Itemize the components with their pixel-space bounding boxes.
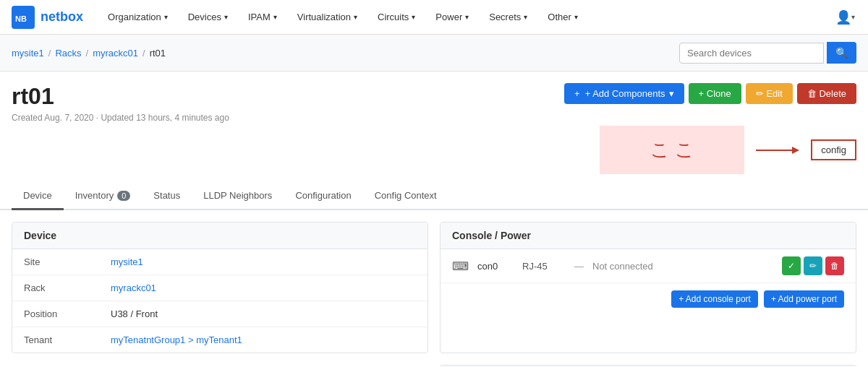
- action-buttons: + + Add Components ▾ + Clone ✏ Edit 🗑 De…: [564, 83, 856, 104]
- svg-marker-3: [792, 147, 799, 154]
- console-actions: ✓ ✏ 🗑: [782, 256, 844, 275]
- nav-circuits[interactable]: Circuits ▾: [370, 0, 422, 35]
- breadcrumb-sep: /: [48, 48, 51, 59]
- nav-other[interactable]: Other ▾: [540, 0, 585, 35]
- tenant-link[interactable]: myTenatntGroup1 > myTenant1: [111, 334, 242, 345]
- delete-button[interactable]: 🗑 Delete: [797, 83, 856, 104]
- device-card-header: Device: [12, 223, 427, 249]
- page-title: rt01: [12, 83, 229, 110]
- chevron-down-icon: ▾: [164, 13, 168, 21]
- console-row: ⌨ con0 RJ-45 — Not connected ✓ ✏ 🗑: [441, 249, 856, 283]
- inventory-badge: 0: [117, 191, 130, 201]
- navbar: NB netbox Organization ▾ Devices ▾ IPAM …: [0, 0, 868, 35]
- console-card-body: ⌨ con0 RJ-45 — Not connected ✓ ✏ 🗑 + Add…: [441, 249, 856, 315]
- breadcrumb-bar: mysite1 / Racks / myrackc01 / rt01 🔍: [0, 35, 868, 72]
- breadcrumb-racks[interactable]: Racks: [55, 48, 81, 59]
- annotation-arrow: [756, 139, 799, 161]
- breadcrumb-current: rt01: [150, 48, 166, 59]
- console-footer: + Add console port + Add power port: [441, 283, 856, 315]
- breadcrumb-sep: /: [86, 48, 89, 59]
- search-button[interactable]: 🔍: [827, 42, 856, 64]
- nav-ipam[interactable]: IPAM ▾: [241, 0, 284, 35]
- breadcrumb: mysite1 / Racks / myrackc01 / rt01: [12, 48, 166, 59]
- svg-text:NB: NB: [15, 14, 27, 23]
- device-card: Device Site mysite1 Rack myrackc01 Posit…: [12, 222, 428, 353]
- netbox-logo: NB: [12, 6, 35, 29]
- rack-label: Rack: [12, 275, 99, 301]
- console-delete-button[interactable]: 🗑: [825, 256, 844, 275]
- tab-inventory[interactable]: Inventory 0: [64, 183, 142, 210]
- plus-icon: +: [574, 88, 580, 99]
- site-link[interactable]: mysite1: [111, 256, 143, 267]
- device-table: Site mysite1 Rack myrackc01 Position U38…: [12, 249, 427, 353]
- table-row: Site mysite1: [12, 249, 427, 275]
- content-area: Device Site mysite1 Rack myrackc01 Posit…: [0, 210, 868, 367]
- chevron-down-icon: ▾: [669, 88, 674, 99]
- add-power-port-button[interactable]: + Add power port: [764, 290, 844, 308]
- nav-secrets[interactable]: Secrets ▾: [482, 0, 535, 35]
- console-status: Not connected: [592, 261, 773, 272]
- navbar-right: 👤 ▾: [833, 6, 856, 29]
- console-edit-green-button[interactable]: ✓: [782, 256, 801, 275]
- nav-organization[interactable]: Organization ▾: [101, 0, 175, 35]
- page-subtitle: Created Aug. 7, 2020 · Updated 13 hours,…: [12, 113, 229, 123]
- search-input[interactable]: [679, 43, 824, 64]
- console-dash: —: [574, 261, 584, 272]
- annotation-text: こ こ: [650, 137, 694, 163]
- console-icon: ⌨: [452, 259, 469, 273]
- user-menu[interactable]: 👤 ▾: [833, 6, 856, 29]
- tab-config-context[interactable]: Config Context: [363, 183, 448, 210]
- edit-button[interactable]: ✏ Edit: [746, 83, 793, 104]
- console-edit-blue-button[interactable]: ✏: [804, 256, 822, 275]
- tab-device[interactable]: Device: [12, 183, 64, 210]
- breadcrumb-sep: /: [142, 48, 145, 59]
- tab-status[interactable]: Status: [142, 183, 192, 210]
- page-header: rt01 Created Aug. 7, 2020 · Updated 13 h…: [0, 72, 868, 123]
- tabs-container: Device Inventory 0 Status LLDP Neighbors…: [0, 183, 868, 210]
- position-label: Position: [12, 301, 99, 327]
- add-components-button[interactable]: + + Add Components ▾: [564, 83, 684, 104]
- table-row: Position U38 / Front: [12, 301, 427, 327]
- tenant-label: Tenant: [12, 327, 99, 353]
- annotation-box: こ こ: [600, 126, 744, 174]
- annotation-area: こ こ config: [0, 123, 868, 177]
- add-console-port-button[interactable]: + Add console port: [671, 290, 758, 308]
- chevron-down-icon: ▾: [354, 13, 357, 21]
- console-power-card: Console / Power ⌨ con0 RJ-45 — Not conne…: [440, 222, 856, 353]
- position-value: U38 / Front: [99, 301, 427, 327]
- nav-devices[interactable]: Devices ▾: [181, 0, 235, 35]
- console-card-header: Console / Power: [441, 223, 856, 249]
- clone-button[interactable]: + Clone: [689, 83, 741, 104]
- nav-virtualization[interactable]: Virtualization ▾: [290, 0, 365, 35]
- chevron-down-icon: ▾: [224, 13, 228, 21]
- config-badge: config: [811, 139, 856, 160]
- table-row: Tenant myTenatntGroup1 > myTenant1: [12, 327, 427, 353]
- chevron-down-icon: ▾: [574, 13, 578, 21]
- brand-logo-link[interactable]: NB netbox: [12, 6, 83, 29]
- console-type: RJ-45: [522, 261, 566, 272]
- console-name: con0: [477, 261, 514, 272]
- chevron-down-icon: ▾: [412, 13, 415, 21]
- search-box: 🔍: [679, 42, 856, 64]
- tab-configuration[interactable]: Configuration: [284, 183, 362, 210]
- nav-power[interactable]: Power ▾: [428, 0, 476, 35]
- rack-link[interactable]: myrackc01: [111, 282, 156, 293]
- breadcrumb-mysite1[interactable]: mysite1: [12, 48, 44, 59]
- site-label: Site: [12, 249, 99, 275]
- table-row: Rack myrackc01: [12, 275, 427, 301]
- chevron-down-icon: ▾: [273, 13, 277, 21]
- chevron-down-icon: ▾: [524, 13, 527, 21]
- tab-lldp-neighbors[interactable]: LLDP Neighbors: [192, 183, 284, 210]
- chevron-down-icon: ▾: [465, 13, 469, 21]
- page-title-area: rt01 Created Aug. 7, 2020 · Updated 13 h…: [12, 83, 229, 123]
- brand-name: netbox: [41, 9, 83, 25]
- device-card-body: Site mysite1 Rack myrackc01 Position U38…: [12, 249, 427, 353]
- breadcrumb-myrackc01[interactable]: myrackc01: [93, 48, 138, 59]
